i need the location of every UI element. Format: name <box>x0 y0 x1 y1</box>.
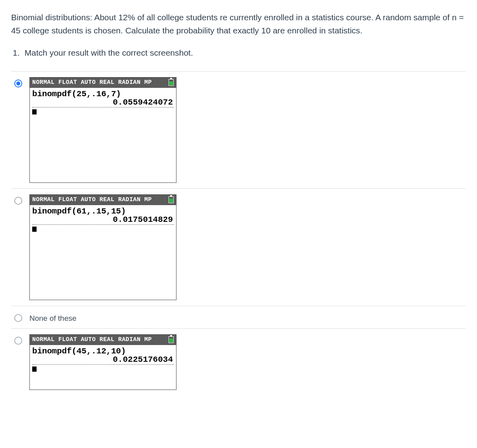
answer-option[interactable]: NORMAL FLOAT AUTO REAL RADIAN MP binompd… <box>11 328 466 396</box>
battery-icon <box>169 79 174 86</box>
calculator-body: binompdf(45,.12,10) 0.0225176034 <box>30 345 176 373</box>
calculator-mode: NORMAL FLOAT AUTO REAL RADIAN MP <box>32 79 152 86</box>
calculator-screenshot: NORMAL FLOAT AUTO REAL RADIAN MP binompd… <box>29 77 176 183</box>
option-text: None of these <box>29 312 76 323</box>
calculator-screenshot: NORMAL FLOAT AUTO REAL RADIAN MP binompd… <box>29 194 176 300</box>
radio-button[interactable] <box>14 337 22 345</box>
calculator-result: 0.0559424072 <box>32 98 174 108</box>
answer-option[interactable]: None of these <box>11 306 466 328</box>
calculator-command: binompdf(25,.16,7) <box>32 89 174 99</box>
battery-icon <box>169 336 174 343</box>
calculator-result: 0.0225176034 <box>32 355 174 365</box>
radio-button[interactable] <box>14 197 22 205</box>
calculator-mode: NORMAL FLOAT AUTO REAL RADIAN MP <box>32 196 152 203</box>
calculator-result: 0.0175014829 <box>32 215 174 225</box>
calculator-body: binompdf(25,.16,7) 0.0559424072 <box>30 88 176 116</box>
battery-icon <box>169 196 174 203</box>
question-intro: Binomial distributions: About 12% of all… <box>11 11 466 37</box>
question-subprompt: 1. Match your result with the correct sc… <box>11 47 466 59</box>
calculator-header: NORMAL FLOAT AUTO REAL RADIAN MP <box>30 335 176 345</box>
calculator-mode: NORMAL FLOAT AUTO REAL RADIAN MP <box>32 336 152 343</box>
question-number: 1. <box>13 47 22 59</box>
calculator-screenshot: NORMAL FLOAT AUTO REAL RADIAN MP binompd… <box>29 334 176 390</box>
radio-button[interactable] <box>14 80 22 87</box>
radio-button[interactable] <box>14 314 22 322</box>
calculator-command: binompdf(61,.15,15) <box>32 207 174 216</box>
answer-option[interactable]: NORMAL FLOAT AUTO REAL RADIAN MP binompd… <box>11 188 466 306</box>
answer-option[interactable]: NORMAL FLOAT AUTO REAL RADIAN MP binompd… <box>11 71 466 188</box>
question-subtext: Match your result with the correct scree… <box>25 48 193 57</box>
calculator-header: NORMAL FLOAT AUTO REAL RADIAN MP <box>30 78 176 88</box>
calculator-header: NORMAL FLOAT AUTO REAL RADIAN MP <box>30 195 176 205</box>
calculator-command: binompdf(45,.12,10) <box>32 347 174 356</box>
calculator-cursor <box>32 227 37 232</box>
calculator-cursor <box>32 367 37 372</box>
calculator-body: binompdf(61,.15,15) 0.0175014829 <box>30 205 176 233</box>
calculator-cursor <box>32 109 37 114</box>
